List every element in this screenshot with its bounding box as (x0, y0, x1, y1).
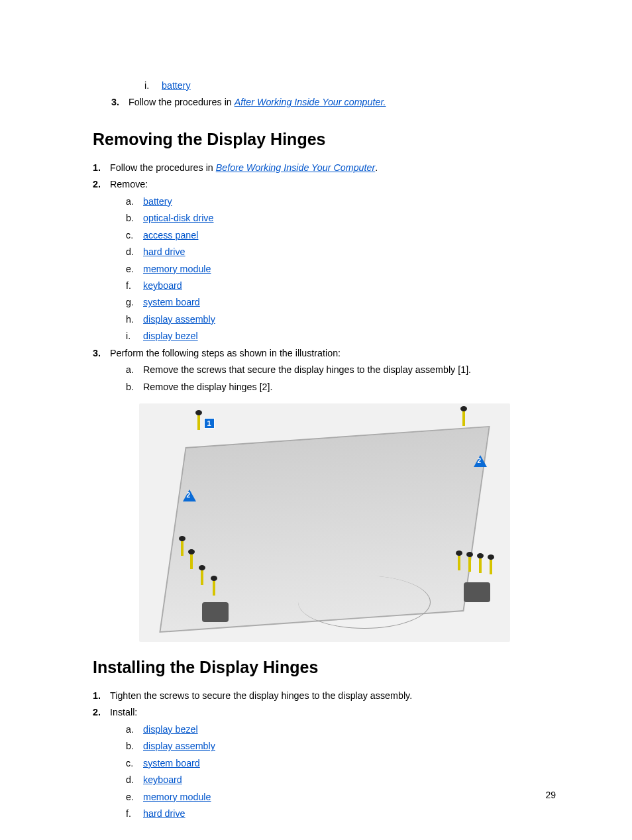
removing-sub-item: g.system board (126, 295, 556, 309)
list-marker: e. (126, 790, 143, 804)
hinge-right-icon (464, 582, 490, 602)
installing-sub-link[interactable]: keyboard (143, 774, 182, 785)
list-marker: f. (126, 279, 143, 293)
body-text: Remove the screws that secure the displa… (143, 363, 471, 377)
removing-step-3: 3. Perform the following steps as shown … (93, 346, 556, 360)
removing-step3-sub-item: b.Remove the display hinges [2]. (126, 380, 556, 394)
battery-link[interactable]: battery (162, 80, 191, 91)
list-marker: g. (126, 295, 143, 309)
removing-sub-item: f.keyboard (126, 279, 556, 293)
screw-icon (488, 554, 494, 574)
removing-sub-link[interactable]: display assembly (143, 314, 215, 325)
body-text: Tighten the screws to secure the display… (110, 689, 412, 703)
installing-sub-item: c.system board (126, 757, 556, 770)
screw-icon (211, 576, 217, 596)
list-marker: d. (126, 245, 143, 259)
list-marker: f. (126, 807, 143, 821)
removing-sub-item: d.hard drive (126, 245, 556, 259)
removing-sub-link[interactable]: keyboard (143, 280, 182, 291)
callout-1: 1 (204, 418, 215, 429)
arrow-up-icon: 2 (474, 455, 487, 467)
heading-removing-display-hinges: Removing the Display Hinges (93, 130, 556, 149)
list-marker: h. (126, 313, 143, 327)
removing-sub-item: c.access panel (126, 229, 556, 242)
installing-step-1: 1. Tighten the screws to secure the disp… (93, 689, 556, 703)
removing-sub-link[interactable]: hard drive (143, 246, 185, 257)
after-working-link[interactable]: After Working Inside Your computer. (235, 97, 386, 107)
list-marker: b. (126, 739, 143, 753)
installing-sub-link[interactable]: display assembly (143, 741, 215, 751)
list-marker: 1. (93, 161, 110, 175)
removing-step-1: 1. Follow the procedures in Before Worki… (93, 161, 556, 175)
screw-icon (466, 552, 473, 572)
list-marker: a. (126, 723, 143, 737)
list-marker: b. (126, 380, 143, 394)
list-marker: a. (126, 363, 143, 377)
removing-sub-link[interactable]: display bezel (143, 331, 198, 341)
installing-sub-link[interactable]: system board (143, 758, 200, 768)
arrow-up-icon: 2 (183, 490, 196, 501)
removing-sub-link[interactable]: optical-disk drive (143, 213, 213, 223)
screw-icon (460, 406, 467, 426)
list-marker: 3. (111, 95, 129, 109)
removing-sub-item: e.memory module (126, 262, 556, 276)
screw-icon (456, 551, 462, 570)
removing-step3-sub-item: a.Remove the screws that secure the disp… (126, 363, 556, 377)
display-hinges-illustration: 1 2 2 (139, 403, 510, 642)
installing-step-2: 2. Install: (93, 706, 556, 719)
body-text: Remove: (110, 178, 148, 191)
list-marker: c. (126, 757, 143, 770)
installing-sub-item: f.hard drive (126, 807, 556, 821)
list-marker: a. (126, 195, 143, 209)
body-text: Follow the procedures in (129, 97, 235, 107)
list-marker: 3. (93, 346, 110, 360)
installing-sub-item: d.keyboard (126, 773, 556, 787)
removing-sub-item: b.optical-disk drive (126, 211, 556, 225)
removing-step-2: 2. Remove: (93, 178, 556, 191)
before-working-link[interactable]: Before Working Inside Your Computer (216, 162, 376, 173)
intro-sub-item-i: i. battery (144, 79, 556, 93)
removing-sub-link[interactable]: battery (143, 196, 172, 207)
screw-icon (199, 565, 205, 585)
body-text: . (375, 162, 378, 173)
cable-icon (298, 576, 431, 629)
list-marker: e. (126, 262, 143, 276)
removing-sub-link[interactable]: access panel (143, 230, 198, 240)
removing-sub-link[interactable]: system board (143, 297, 200, 307)
removing-sub-item: a.battery (126, 195, 556, 209)
body-text: Perform the following steps as shown in … (110, 346, 341, 360)
removing-sub-link[interactable]: memory module (143, 264, 211, 274)
list-marker: i. (144, 79, 162, 93)
hinge-left-icon (202, 602, 229, 622)
installing-sub-link[interactable]: hard drive (143, 808, 185, 819)
screw-icon (195, 410, 202, 430)
body-text: Follow the procedures in (110, 162, 216, 173)
installing-sub-link[interactable]: display bezel (143, 724, 198, 735)
screw-icon (188, 549, 195, 569)
removing-sub-item: h.display assembly (126, 313, 556, 327)
list-marker: d. (126, 773, 143, 787)
installing-sub-item: a.display bezel (126, 723, 556, 737)
screw-icon (477, 553, 484, 573)
installing-sub-item: e.memory module (126, 790, 556, 804)
body-text: Install: (110, 706, 137, 719)
screw-icon (179, 536, 185, 556)
removing-sub-item: i.display bezel (126, 329, 556, 343)
body-text: Remove the display hinges [2]. (143, 380, 273, 394)
list-marker: 2. (93, 178, 110, 191)
list-marker: c. (126, 229, 143, 242)
page-number: 29 (545, 790, 556, 800)
list-marker: 1. (93, 689, 110, 703)
list-marker: 2. (93, 706, 110, 719)
heading-installing-display-hinges: Installing the Display Hinges (93, 658, 556, 677)
installing-sub-item: b.display assembly (126, 739, 556, 753)
list-marker: b. (126, 211, 143, 225)
intro-step-3: 3. Follow the procedures in After Workin… (111, 95, 556, 109)
installing-sub-link[interactable]: memory module (143, 792, 211, 802)
list-marker: i. (126, 329, 143, 343)
